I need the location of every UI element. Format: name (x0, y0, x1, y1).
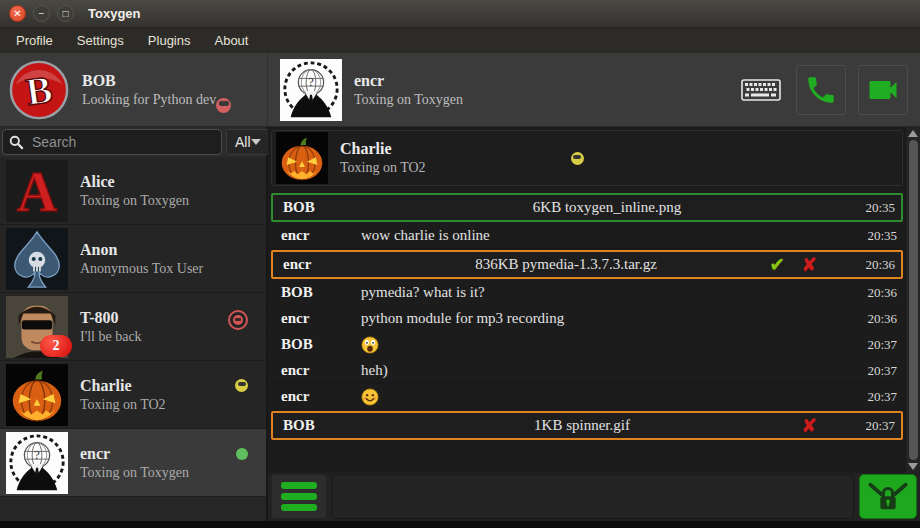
shocked-face-smiley (361, 336, 379, 354)
file-actions: ✘ (801, 416, 817, 435)
contact-avatar: A (6, 160, 68, 222)
window-bottom-edge (0, 521, 920, 528)
banner-status-message: Toxing on TO2 (340, 160, 426, 176)
accept-file-button[interactable]: ✔ (769, 255, 785, 274)
self-name: BOB (82, 72, 244, 90)
message-time: 20:37 (853, 389, 899, 405)
typing-notification-button[interactable] (738, 65, 784, 115)
menu-plugins[interactable]: Plugins (138, 30, 201, 51)
search-box[interactable] (2, 129, 222, 155)
peer-status-message: Toxing on Toxygen (354, 92, 738, 108)
scroll-down-arrow-icon[interactable] (908, 463, 918, 470)
contact-list-item[interactable]: Charlie Toxing on TO2 (0, 361, 266, 429)
file-transfer-row: encr 836KB pymedia-1.3.7.3.tar.gz ✔✘ 20:… (271, 250, 903, 279)
contact-name: Charlie (80, 377, 235, 395)
contact-name: T-800 (80, 309, 228, 327)
message-text: 1KB spinner.gif (363, 417, 801, 434)
message-text (361, 336, 853, 354)
bob-avatar-image: B (8, 59, 70, 121)
message-text: heh) (361, 362, 853, 379)
decline-file-button[interactable]: ✘ (801, 416, 817, 435)
message-row: encr wow charlie is online 20:35 (271, 223, 903, 249)
self-avatar: B (8, 59, 70, 121)
peer-avatar: ? (280, 59, 342, 121)
message-time: 20:36 (853, 285, 899, 301)
chat-panel: Charlie Toxing on TO2 BOB 6KB toxygen_in… (268, 127, 920, 521)
svg-text:?: ? (34, 448, 40, 462)
contact-status-message: Toxing on Toxygen (80, 193, 248, 209)
contact-name: Anon (80, 241, 248, 259)
menubar: Profile Settings Plugins About (0, 28, 920, 53)
message-time: 20:37 (851, 418, 897, 434)
toxygen-window: ✕ − □ Toxygen Profile Settings Plugins A… (0, 0, 920, 528)
hamburger-icon (281, 482, 317, 489)
contact-avatar (6, 364, 68, 426)
file-actions: ✔✘ (769, 255, 817, 274)
message-time: 20:35 (853, 228, 899, 244)
anonymous-avatar-image: ? (6, 432, 68, 494)
scroll-up-arrow-icon[interactable] (908, 130, 918, 137)
anonymous-avatar-image: ? (280, 59, 342, 121)
message-row: encr python module for mp3 recording 20:… (271, 306, 903, 332)
banner-name: Charlie (340, 140, 392, 158)
message-time: 20:37 (853, 363, 899, 379)
smiling-face-smiley (361, 388, 379, 406)
composer (268, 473, 920, 521)
video-call-button[interactable] (858, 65, 908, 115)
audio-call-button[interactable] (796, 65, 846, 115)
contact-status-message: Anonymous Tox User (80, 261, 248, 277)
svg-text:A: A (17, 161, 58, 222)
contact-status-icon (235, 379, 248, 392)
titlebar: ✕ − □ Toxygen (0, 0, 920, 28)
message-text: 836KB pymedia-1.3.7.3.tar.gz (363, 256, 769, 273)
self-profile-block[interactable]: B BOB Looking for Python dev… (0, 53, 268, 126)
message-time: 20:36 (851, 257, 897, 273)
contact-filter-value: All (235, 134, 251, 150)
self-busy-status-icon[interactable] (216, 98, 231, 113)
message-text (361, 388, 853, 406)
pumpkin-avatar-image (276, 132, 328, 184)
message-input[interactable] (332, 474, 854, 519)
contact-list-item[interactable]: A Alice Toxing on Toxygen (0, 157, 266, 225)
contact-status-message: I'll be back (80, 329, 228, 345)
contact-status-icon (228, 310, 248, 330)
file-transfer-row: BOB 1KB spinner.gif ✘ 20:37 (271, 411, 903, 440)
contact-name: encr (80, 445, 236, 463)
search-icon (9, 135, 24, 150)
message-sender: encr (277, 256, 363, 273)
message-list: Charlie Toxing on TO2 BOB 6KB toxygen_in… (268, 127, 905, 473)
close-window-button[interactable]: ✕ (9, 5, 26, 22)
unread-count-badge: 2 (40, 335, 72, 357)
message-row: encr heh) 20:37 (271, 358, 903, 384)
contact-filter-dropdown[interactable]: All (226, 129, 270, 155)
scrollbar-thumb[interactable] (909, 140, 918, 460)
contact-list-item[interactable]: ? encr Toxing on Toxygen (0, 429, 266, 497)
chevron-down-icon (251, 139, 261, 145)
peer-name: encr (354, 72, 738, 90)
sidebar: All A Alice Toxing on Toxygen Anon Anony… (0, 127, 268, 521)
decline-file-button[interactable]: ✘ (801, 255, 817, 274)
spade-skull-avatar-image (6, 228, 68, 290)
message-sender: encr (275, 227, 361, 244)
message-sender: encr (275, 310, 361, 327)
contact-avatar (6, 228, 68, 290)
banner-avatar (276, 132, 328, 184)
chat-scrollbar[interactable] (905, 127, 920, 473)
contact-list-item[interactable]: T-800 I'll be back 2 (0, 293, 266, 361)
contact-list: A Alice Toxing on Toxygen Anon Anonymous… (0, 157, 266, 521)
send-message-button[interactable] (859, 474, 917, 519)
menu-about[interactable]: About (204, 30, 258, 51)
menu-settings[interactable]: Settings (67, 30, 134, 51)
header: B BOB Looking for Python dev… ? encr Tox… (0, 53, 920, 127)
search-input[interactable] (30, 133, 215, 151)
minimize-window-button[interactable]: − (33, 5, 50, 22)
contact-list-item[interactable]: Anon Anonymous Tox User (0, 225, 266, 293)
active-chat-header: ? encr Toxing on Toxygen (268, 53, 920, 126)
peer-status-banner: Charlie Toxing on TO2 (271, 130, 903, 186)
svg-text:?: ? (308, 75, 314, 89)
attachments-menu-button[interactable] (271, 474, 327, 519)
maximize-window-button[interactable]: □ (57, 5, 74, 22)
send-lock-icon (865, 480, 911, 514)
contact-status-icon (236, 448, 248, 460)
menu-profile[interactable]: Profile (6, 30, 63, 51)
